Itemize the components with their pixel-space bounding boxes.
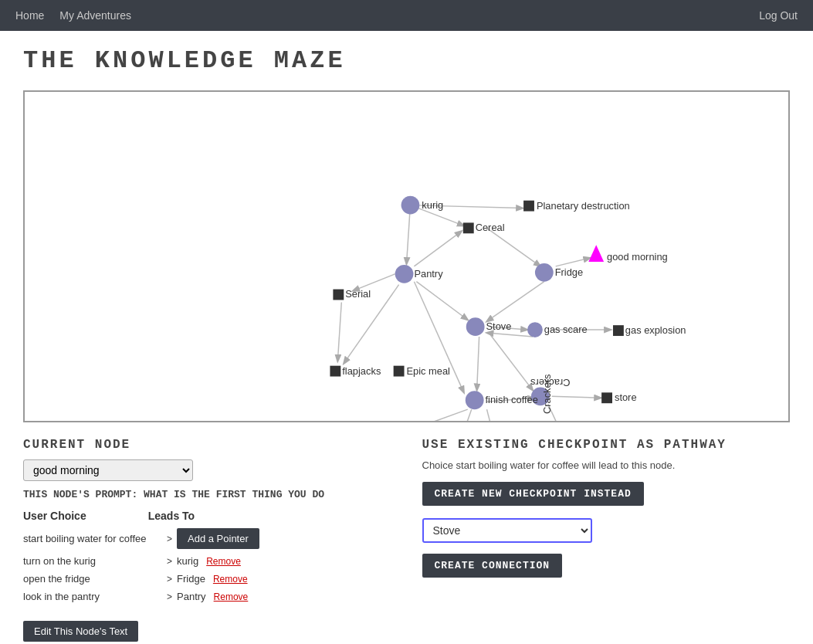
choices-header: User Choice Leads To — [23, 510, 391, 522]
svg-line-16 — [487, 333, 533, 337]
node-pantry[interactable] — [395, 265, 414, 283]
node-label-planetary: Planetary destruction — [537, 200, 630, 212]
bottom-panels: Current Node good morningStoveFridgePant… — [23, 438, 790, 642]
current-node-title: Current Node — [23, 438, 391, 452]
create-checkpoint-button[interactable]: Create New Checkpoint Instead — [422, 482, 644, 506]
svg-line-8 — [416, 282, 467, 320]
node-gas-explosion[interactable] — [613, 325, 624, 336]
current-node-panel: Current Node good morningStoveFridgePant… — [23, 438, 391, 642]
pathway-title: Use Existing Checkpoint as Pathway — [422, 438, 791, 452]
node-label-fridge: Fridge — [555, 266, 583, 278]
create-connection-button[interactable]: Create Connection — [422, 554, 563, 578]
navigation: Home My Adventures Log Out — [0, 0, 813, 31]
choices-header-user: User Choice — [23, 510, 86, 522]
node-selector[interactable]: good morningStoveFridgePantrykurigCereal… — [23, 459, 193, 481]
node-label-finish-coffee: finish coffee — [486, 394, 538, 405]
choice-leads-3: Fridge — [177, 573, 205, 585]
nav-adventures[interactable]: My Adventures — [59, 9, 131, 22]
node-label-gas-scare: gas scare — [544, 324, 588, 335]
choice-arrow-4: > — [167, 591, 172, 602]
svg-line-18 — [451, 409, 472, 421]
choice-row-4: look in the pantry > Pantry Remove — [23, 591, 391, 602]
svg-line-6 — [414, 231, 461, 266]
node-epic-meal[interactable] — [394, 366, 405, 377]
svg-line-17 — [388, 409, 468, 421]
node-cereal[interactable] — [463, 222, 474, 233]
pathway-description: Choice start boiling water for coffee wi… — [422, 459, 791, 471]
node-good-morning[interactable] — [588, 245, 604, 262]
node-fridge[interactable] — [535, 263, 554, 282]
svg-line-21 — [552, 396, 601, 398]
svg-line-4 — [556, 258, 591, 266]
node-stove[interactable] — [466, 317, 485, 336]
add-pointer-button[interactable]: Add a Pointer — [177, 528, 259, 549]
choices-header-leads: Leads To — [148, 510, 195, 522]
pathway-panel: Use Existing Checkpoint as Pathway Choic… — [422, 438, 791, 642]
remove-link-2[interactable]: Remove — [206, 556, 241, 567]
choice-row-3: open the fridge > Fridge Remove — [23, 573, 391, 585]
node-label-stove: Stove — [486, 320, 512, 332]
svg-line-5 — [487, 282, 544, 322]
remove-link-3[interactable]: Remove — [213, 574, 248, 585]
node-label-cereal: Cereal — [476, 222, 505, 233]
checkpoint-selector[interactable]: StoveFridgePantrykurigCereal — [422, 518, 592, 543]
graph-edges — [337, 205, 611, 421]
node-label-gas-explosion: gas explosion — [625, 324, 686, 336]
page-title: The Knowledge Maze — [0, 31, 813, 83]
choice-arrow-1: > — [167, 534, 172, 544]
nav-home[interactable]: Home — [15, 9, 44, 22]
node-kurig[interactable] — [401, 196, 420, 215]
graph-svg: kurig Planetary destruction Cereal good … — [25, 92, 788, 421]
node-label-store: store — [615, 391, 637, 403]
svg-line-13 — [477, 337, 479, 390]
node-label-serial: Serial — [345, 288, 371, 300]
remove-link-4[interactable]: Remove — [214, 591, 249, 602]
nav-left: Home My Adventures — [15, 9, 131, 22]
node-flapjacks[interactable] — [330, 366, 340, 377]
choice-leads-4: Pantry — [177, 591, 206, 602]
svg-line-14 — [490, 335, 532, 390]
choice-text-3: open the fridge — [23, 573, 162, 585]
node-planetary-destruction[interactable] — [523, 201, 534, 212]
node-gas-scare[interactable] — [527, 322, 543, 337]
node-label-flapjacks: flapjacks — [342, 365, 381, 377]
choice-row-2: turn on the kurig > kurig Remove — [23, 555, 391, 567]
node-label-good-morning: good morning — [607, 251, 668, 263]
node-serial[interactable] — [333, 290, 344, 300]
choice-row-1: start boiling water for coffee > Add a P… — [23, 528, 391, 549]
choice-text-2: turn on the kurig — [23, 555, 162, 567]
choice-leads-2: kurig — [177, 555, 198, 567]
node-finish-coffee[interactable] — [466, 391, 484, 409]
node-label-epic-meal: Epic meal — [407, 365, 450, 377]
node-label-crackers-h: Crackers — [541, 375, 553, 414]
svg-line-11 — [337, 302, 341, 361]
edit-node-button[interactable]: Edit This Node's Text — [23, 621, 138, 642]
graph-container: kurig Planetary destruction Cereal good … — [23, 90, 790, 422]
choice-text-1: start boiling water for coffee — [23, 533, 162, 544]
svg-line-3 — [487, 228, 540, 266]
choice-arrow-2: > — [167, 556, 172, 567]
node-label-pantry: Pantry — [414, 268, 443, 280]
node-prompt: This Node's Prompt: What is the first th… — [23, 489, 391, 500]
choice-arrow-3: > — [167, 574, 172, 585]
nav-logout[interactable]: Log Out — [759, 9, 798, 22]
node-store[interactable] — [601, 392, 612, 403]
svg-line-19 — [487, 409, 503, 421]
choice-text-4: look in the pantry — [23, 591, 162, 602]
node-label-kurig: kurig — [422, 199, 443, 211]
